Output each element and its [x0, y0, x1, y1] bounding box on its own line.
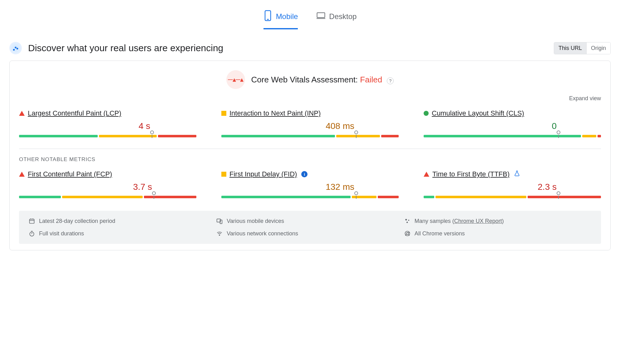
marker-icon — [152, 191, 156, 195]
metric-lcp-link[interactable]: Largest Contentful Paint (LCP) — [28, 109, 121, 117]
metric-inp-value: 408 ms — [221, 121, 399, 131]
status-poor-icon — [19, 111, 25, 116]
metric-inp: Interaction to Next Paint (INP) 408 ms — [221, 109, 399, 137]
svg-rect-7 — [30, 219, 34, 223]
footer-period: Latest 28-day collection period — [28, 218, 216, 224]
svg-rect-2 — [317, 13, 325, 18]
status-poor-icon — [19, 172, 25, 177]
other-metrics-subhead: OTHER NOTABLE METRICS — [19, 156, 601, 163]
calendar-icon — [28, 218, 35, 224]
gauge-icon — [9, 42, 22, 54]
tab-mobile[interactable]: Mobile — [263, 6, 298, 29]
desktop-icon — [317, 10, 325, 23]
marker-icon — [150, 130, 154, 134]
scope-this-url[interactable]: This URL — [554, 42, 586, 54]
experimental-icon — [514, 170, 520, 178]
tab-desktop-label: Desktop — [329, 12, 357, 21]
assessment-status: Failed — [360, 75, 382, 84]
crux-report-link[interactable]: Chrome UX Report — [454, 218, 502, 224]
stopwatch-icon — [28, 230, 35, 237]
assessment-text: Core Web Vitals Assessment: Failed ? — [251, 75, 394, 85]
metric-inp-link[interactable]: Interaction to Next Paint (INP) — [229, 109, 321, 117]
help-icon[interactable]: ? — [387, 77, 394, 84]
metric-lcp-bar — [19, 135, 196, 137]
svg-point-19 — [219, 235, 220, 236]
mobile-icon — [263, 10, 272, 23]
marker-icon — [557, 191, 560, 195]
vitals-card: ─▴─▴ Core Web Vitals Assessment: Failed … — [9, 61, 611, 250]
scope-origin[interactable]: Origin — [586, 42, 610, 54]
metric-inp-bar — [221, 135, 399, 137]
footer-devices: Various mobile devices — [216, 218, 404, 224]
footer-duration: Full visit durations — [28, 230, 216, 237]
metric-ttfb-value: 2.3 s — [424, 182, 601, 192]
status-ni-icon — [221, 172, 226, 177]
svg-point-15 — [406, 222, 408, 223]
devices-icon — [216, 218, 223, 224]
tab-mobile-label: Mobile — [276, 12, 298, 21]
metric-fid-bar — [221, 196, 399, 198]
svg-point-14 — [408, 220, 409, 221]
info-icon[interactable]: i — [301, 171, 308, 177]
metric-ttfb-bar — [424, 196, 601, 198]
footer-network: Various network connections — [216, 230, 404, 237]
metric-cls-link[interactable]: Cumulative Layout Shift (CLS) — [432, 109, 524, 117]
scope-toggle: This URL Origin — [554, 42, 611, 54]
expand-view-link[interactable]: Expand view — [569, 95, 601, 102]
metric-lcp: Largest Contentful Paint (LCP) 4 s — [19, 109, 196, 137]
metric-ttfb: Time to First Byte (TTFB) 2.3 s — [424, 170, 601, 198]
status-good-icon — [424, 111, 429, 116]
metric-lcp-value: 4 s — [19, 121, 196, 131]
svg-point-6 — [17, 48, 18, 50]
tab-desktop[interactable]: Desktop — [317, 6, 357, 29]
metric-fid-link[interactable]: First Input Delay (FID) — [229, 170, 297, 178]
metric-fcp-bar — [19, 196, 196, 198]
footer-samples: Many samples (Chrome UX Report) — [404, 218, 592, 224]
svg-point-5 — [15, 47, 17, 48]
data-source-footer: Latest 28-day collection period Various … — [19, 211, 601, 244]
samples-icon — [404, 218, 411, 224]
wifi-icon — [216, 230, 223, 237]
metric-cls-bar — [424, 135, 601, 137]
metric-cls: Cumulative Layout Shift (CLS) 0 — [424, 109, 601, 137]
metric-cls-value: 0 — [424, 121, 601, 131]
footer-versions: All Chrome versions — [404, 230, 592, 237]
marker-icon — [557, 130, 560, 134]
status-ni-icon — [221, 111, 226, 116]
svg-point-4 — [13, 49, 15, 51]
divider — [19, 149, 601, 149]
vitals-status-icon: ─▴─▴ — [226, 70, 245, 89]
metric-ttfb-link[interactable]: Time to First Byte (TTFB) — [432, 170, 509, 178]
metric-fid: First Input Delay (FID) i 132 ms — [221, 170, 399, 198]
status-poor-icon — [424, 172, 429, 177]
marker-icon — [354, 191, 358, 195]
svg-point-13 — [405, 219, 407, 220]
device-tabs: Mobile Desktop — [9, 6, 611, 29]
svg-point-21 — [406, 233, 408, 235]
marker-icon — [354, 130, 358, 134]
metric-fid-value: 132 ms — [221, 182, 399, 192]
metric-fcp-link[interactable]: First Contentful Paint (FCP) — [28, 170, 112, 178]
metric-fcp-value: 3.7 s — [19, 182, 196, 192]
chrome-icon — [404, 230, 411, 237]
metric-fcp: First Contentful Paint (FCP) 3.7 s — [19, 170, 196, 198]
section-title: Discover what your real users are experi… — [28, 43, 548, 53]
